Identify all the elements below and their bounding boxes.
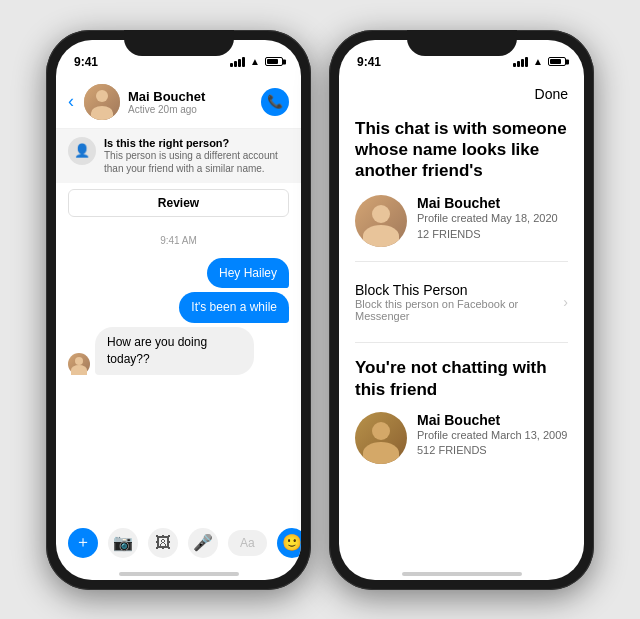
home-indicator-1 <box>119 572 239 576</box>
safety-header: Done <box>339 78 584 108</box>
person-name-1: Mai Bouchet <box>417 195 558 211</box>
call-button[interactable]: 📞 <box>261 88 289 116</box>
header-info: Mai Bouchet Active 20m ago <box>128 89 253 115</box>
input-placeholder: Aa <box>240 536 255 550</box>
person-sub2-2: 512 FRIENDS <box>417 443 567 458</box>
phone-2: 9:41 ▲ Done <box>329 30 594 590</box>
screen-2: 9:41 ▲ Done <box>339 40 584 580</box>
warning-banner: 👤 Is this the right person? This person … <box>56 129 301 183</box>
battery-icon-2 <box>548 57 566 66</box>
block-option-text: Block This Person Block this person on F… <box>355 282 563 322</box>
chat-messages: 9:41 AM Hey Hailey It's been a while How… <box>56 223 301 520</box>
battery-icon <box>265 57 283 66</box>
person-sub1-2: 12 FRIENDS <box>417 227 558 242</box>
person-card-2: Mai Bouchet Profile created March 13, 20… <box>355 412 568 464</box>
wifi-icon: ▲ <box>250 56 260 67</box>
mic-button[interactable]: 🎤 <box>188 528 218 558</box>
chat-header: ‹ Mai Bouchet Active 20m ago 📞 <box>56 78 301 129</box>
warning-desc: This person is using a different account… <box>104 149 289 175</box>
time-label: 9:41 AM <box>68 235 289 246</box>
status-icons-1: ▲ <box>230 56 283 67</box>
person-name-2: Mai Bouchet <box>417 412 567 428</box>
divider-2 <box>355 342 568 343</box>
screen-1: 9:41 ▲ ‹ <box>56 40 301 580</box>
person-sub2-1: Profile created March 13, 2009 <box>417 428 567 443</box>
person-info-2: Mai Bouchet Profile created March 13, 20… <box>417 412 567 459</box>
person-sub1-1: Profile created May 18, 2020 <box>417 211 558 226</box>
person-avatar-1 <box>355 195 407 247</box>
main-title: This chat is with someone whose name loo… <box>355 118 568 182</box>
chevron-right-icon: › <box>563 294 568 310</box>
back-arrow-icon[interactable]: ‹ <box>68 91 74 112</box>
message-3: How are you doing today?? <box>95 327 254 375</box>
not-chatting-title: You're not chatting with this friend <box>355 357 568 400</box>
small-avatar <box>68 353 90 375</box>
time-1: 9:41 <box>74 55 98 69</box>
emoji-button[interactable]: 🙂 <box>277 528 301 558</box>
camera-button[interactable]: 📷 <box>108 528 138 558</box>
contact-name: Mai Bouchet <box>128 89 253 104</box>
done-button[interactable]: Done <box>535 86 568 102</box>
divider-1 <box>355 261 568 262</box>
signal-icon <box>230 57 245 67</box>
chat-toolbar: ＋ 📷 🖼 🎤 Aa 🙂 <box>56 520 301 572</box>
message-input[interactable]: Aa <box>228 530 267 556</box>
review-button[interactable]: Review <box>68 189 289 217</box>
phone-1: 9:41 ▲ ‹ <box>46 30 311 590</box>
person-info-1: Mai Bouchet Profile created May 18, 2020… <box>417 195 558 242</box>
avatar <box>84 84 120 120</box>
time-2: 9:41 <box>357 55 381 69</box>
home-indicator-2 <box>402 572 522 576</box>
plus-button[interactable]: ＋ <box>68 528 98 558</box>
warning-text: Is this the right person? This person is… <box>104 137 289 175</box>
person-card-1: Mai Bouchet Profile created May 18, 2020… <box>355 195 568 247</box>
message-1: Hey Hailey <box>207 258 289 289</box>
avatar-img <box>84 84 120 120</box>
safety-content: This chat is with someone whose name loo… <box>339 108 584 572</box>
signal-icon-2 <box>513 57 528 67</box>
block-option[interactable]: Block This Person Block this person on F… <box>355 272 568 332</box>
message-row-3: How are you doing today?? <box>68 327 289 375</box>
warning-icon: 👤 <box>68 137 96 165</box>
block-title: Block This Person <box>355 282 563 298</box>
contact-status: Active 20m ago <box>128 104 253 115</box>
message-2: It's been a while <box>179 292 289 323</box>
wifi-icon-2: ▲ <box>533 56 543 67</box>
person-avatar-2 <box>355 412 407 464</box>
notch-2 <box>407 30 517 56</box>
warning-title: Is this the right person? <box>104 137 289 149</box>
status-icons-2: ▲ <box>513 56 566 67</box>
notch-1 <box>124 30 234 56</box>
block-subtitle: Block this person on Facebook or Messeng… <box>355 298 563 322</box>
image-button[interactable]: 🖼 <box>148 528 178 558</box>
